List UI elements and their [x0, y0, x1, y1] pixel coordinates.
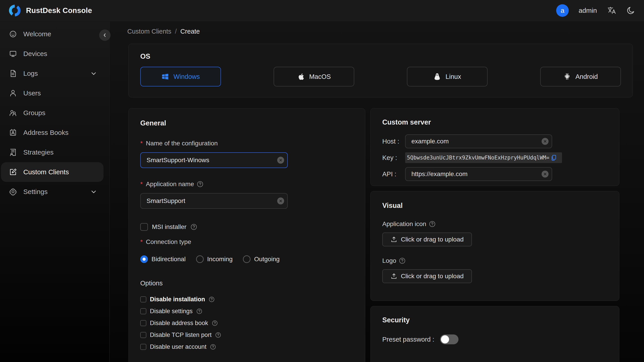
copy-key-button[interactable]	[550, 154, 558, 161]
main-content: Custom Clients / Create OS Windows MacOS	[110, 22, 644, 362]
sidebar-collapse-button[interactable]	[99, 30, 110, 41]
os-button-linux[interactable]: Linux	[407, 67, 488, 86]
sidebar-item-label: Groups	[23, 109, 45, 117]
visual-heading: Visual	[382, 191, 608, 210]
sidebar-item-groups[interactable]: Groups	[0, 103, 109, 123]
app-name-input[interactable]	[140, 193, 288, 209]
help-icon[interactable]	[429, 221, 436, 227]
msi-installer-checkbox[interactable]	[140, 223, 148, 231]
breadcrumb-parent[interactable]: Custom Clients	[127, 28, 172, 35]
avatar[interactable]: a	[556, 4, 569, 17]
name-config-input[interactable]	[140, 152, 288, 168]
api-label: API :	[382, 170, 405, 178]
app-title: RustDesk Console	[26, 6, 92, 15]
help-icon[interactable]	[196, 308, 202, 314]
radio-bidirectional[interactable]: Bidirectional	[140, 255, 186, 263]
general-heading: General	[140, 119, 353, 127]
clear-host-button[interactable]	[542, 138, 548, 145]
os-button-windows[interactable]: Windows	[140, 67, 221, 86]
api-input[interactable]	[405, 167, 552, 181]
preset-password-row: Preset password :	[382, 334, 608, 344]
strategy-doc-icon	[9, 148, 17, 156]
option-checkbox[interactable]	[140, 344, 146, 350]
option-checkbox[interactable]	[140, 320, 146, 326]
windows-icon	[161, 73, 169, 80]
sidebar-item-label: Devices	[23, 50, 47, 58]
linux-penguin-icon	[433, 73, 441, 80]
api-row: API :	[382, 167, 608, 181]
radio-control[interactable]	[196, 255, 204, 263]
general-card: General * Name of the configuration * Ap…	[128, 108, 365, 362]
os-heading: OS	[140, 44, 621, 60]
os-button-macos[interactable]: MacOS	[274, 67, 354, 86]
sidebar-item-settings[interactable]: Settings	[0, 182, 109, 202]
clear-name-button[interactable]	[277, 157, 284, 164]
option-disable-address-book: Disable address book	[140, 320, 353, 326]
name-config-label: * Name of the configuration	[140, 140, 353, 147]
sidebar-item-strategies[interactable]: Strategies	[0, 142, 109, 162]
upload-application-icon-button[interactable]: Click or drag to upload	[382, 232, 472, 246]
help-icon[interactable]	[197, 181, 204, 188]
help-icon[interactable]	[215, 332, 221, 338]
sidebar-item-label: Logs	[23, 70, 38, 77]
radio-outgoing[interactable]: Outgoing	[243, 255, 280, 263]
clear-api-button[interactable]	[542, 171, 548, 178]
option-checkbox[interactable]	[140, 308, 146, 314]
breadcrumb-current: Create	[180, 28, 200, 35]
upload-icon	[390, 273, 397, 280]
smiley-icon	[9, 30, 17, 38]
security-heading: Security	[382, 306, 608, 324]
chevron-down-icon	[90, 70, 97, 76]
edit-square-icon	[9, 168, 17, 176]
sidebar-item-devices[interactable]: Devices	[0, 44, 109, 64]
sidebar: Welcome Devices Logs Users Groups	[0, 22, 110, 362]
x-icon	[279, 158, 282, 162]
translate-icon[interactable]	[607, 6, 616, 15]
android-icon	[563, 73, 571, 80]
help-icon[interactable]	[210, 344, 216, 350]
sidebar-item-label: Welcome	[23, 30, 51, 38]
host-input[interactable]	[405, 134, 552, 148]
key-value: 5Qbwsde3unUcJBtrx9ZkvUmwFNoExHzpryHuPUdq…	[407, 154, 550, 161]
top-bar: RustDesk Console a admin	[0, 0, 644, 21]
sidebar-item-users[interactable]: Users	[0, 83, 109, 103]
option-checkbox[interactable]	[140, 332, 146, 338]
option-disable-tcp-listen-port: Disable TCP listen port	[140, 332, 353, 338]
sidebar-item-custom-clients[interactable]: Custom Clients	[1, 162, 104, 182]
upload-logo-button[interactable]: Click or drag to upload	[382, 269, 472, 283]
help-icon[interactable]	[190, 224, 197, 230]
radio-control[interactable]	[243, 255, 250, 263]
help-icon[interactable]	[208, 296, 215, 302]
copy-icon	[550, 154, 557, 161]
preset-password-label: Preset password :	[382, 336, 434, 343]
option-checkbox[interactable]	[140, 296, 146, 302]
apple-icon	[297, 73, 305, 80]
sidebar-item-label: Address Books	[23, 129, 68, 136]
address-book-icon	[9, 128, 17, 137]
sidebar-item-label: Settings	[23, 188, 48, 196]
option-disable-settings: Disable settings	[140, 308, 353, 315]
radio-incoming[interactable]: Incoming	[196, 255, 233, 263]
host-row: Host :	[382, 134, 608, 148]
sidebar-item-logs[interactable]: Logs	[0, 64, 109, 83]
toggle-knob	[441, 335, 449, 344]
os-button-label: MacOS	[309, 73, 331, 80]
help-icon[interactable]	[399, 258, 406, 264]
sidebar-item-welcome[interactable]: Welcome	[0, 24, 109, 44]
breadcrumb: Custom Clients / Create	[127, 28, 644, 35]
dark-mode-moon-icon[interactable]	[626, 6, 636, 15]
msi-installer-row: MSI installer	[140, 223, 353, 231]
preset-password-toggle[interactable]	[440, 334, 458, 344]
clear-app-name-button[interactable]	[277, 198, 284, 204]
rustdesk-logo-icon	[8, 4, 21, 17]
host-label: Host :	[382, 138, 405, 145]
os-button-label: Linux	[446, 73, 461, 80]
os-button-android[interactable]: Android	[540, 67, 621, 86]
chevron-left-icon	[102, 33, 107, 38]
os-button-label: Windows	[174, 73, 200, 80]
application-icon-label: Application icon	[382, 220, 608, 228]
help-icon[interactable]	[212, 320, 218, 326]
custom-server-heading: Custom server	[382, 108, 608, 126]
radio-control[interactable]	[140, 255, 148, 263]
sidebar-item-address-books[interactable]: Address Books	[0, 123, 109, 142]
